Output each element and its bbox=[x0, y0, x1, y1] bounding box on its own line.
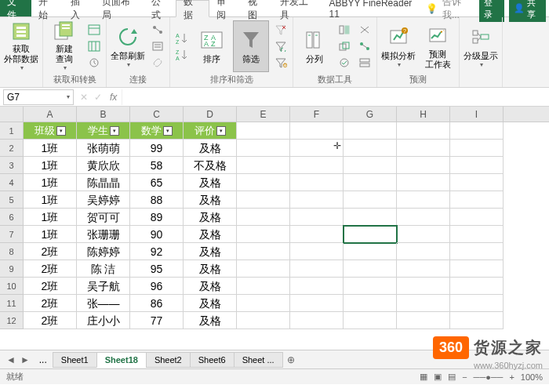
cell[interactable] bbox=[290, 312, 344, 329]
cell[interactable]: 及格 bbox=[184, 191, 237, 209]
advanced-filter-button[interactable]: ⚙ bbox=[272, 55, 289, 71]
cell[interactable] bbox=[344, 295, 397, 312]
cell[interactable]: 及格 bbox=[184, 243, 237, 260]
cell[interactable] bbox=[237, 260, 290, 278]
cell[interactable]: 及格 bbox=[184, 278, 237, 295]
share-button[interactable]: 👤共享 bbox=[509, 0, 546, 22]
properties-button[interactable] bbox=[149, 38, 166, 54]
sort-za-button[interactable]: ZA bbox=[173, 47, 191, 63]
cell[interactable]: 黄欣欣 bbox=[77, 157, 130, 174]
whatif-button[interactable]: ? 模拟分析▾ bbox=[380, 20, 416, 72]
cell[interactable] bbox=[344, 209, 397, 226]
cell[interactable] bbox=[397, 278, 450, 295]
cell[interactable]: 1班 bbox=[24, 157, 77, 174]
cell[interactable] bbox=[237, 226, 290, 243]
prev-sheet-icon[interactable]: ◄ bbox=[6, 354, 16, 365]
tab-view[interactable]: 视图 bbox=[241, 0, 272, 16]
cell[interactable]: 1班 bbox=[24, 174, 77, 191]
cell[interactable] bbox=[237, 140, 290, 157]
cell[interactable] bbox=[450, 140, 504, 157]
cell[interactable] bbox=[397, 226, 450, 243]
filter-dropdown-icon[interactable]: ▾ bbox=[110, 126, 119, 136]
cell[interactable]: 陈婷婷 bbox=[77, 243, 130, 260]
cell[interactable] bbox=[397, 295, 450, 312]
row-header[interactable]: 4 bbox=[0, 174, 24, 191]
tab-review[interactable]: 审阅 bbox=[209, 0, 241, 16]
cell[interactable] bbox=[450, 174, 504, 191]
data-validation-button[interactable] bbox=[336, 55, 353, 71]
row-header[interactable]: 11 bbox=[0, 295, 24, 312]
tab-home[interactable]: 开始 bbox=[31, 0, 63, 16]
col-header[interactable]: E bbox=[237, 107, 290, 122]
cell[interactable] bbox=[290, 226, 344, 243]
new-query-button[interactable]: 新建 查询▾ bbox=[46, 20, 82, 72]
col-header[interactable]: A bbox=[24, 107, 77, 122]
from-table-button[interactable] bbox=[85, 38, 103, 54]
cell[interactable] bbox=[450, 157, 504, 174]
add-sheet-button[interactable]: ⊕ bbox=[283, 354, 299, 365]
cell[interactable] bbox=[237, 157, 290, 174]
view-break-icon[interactable]: ▤ bbox=[448, 372, 456, 382]
outline-button[interactable]: 分级显示▾ bbox=[463, 20, 499, 72]
cell[interactable] bbox=[397, 191, 450, 209]
cell[interactable] bbox=[450, 312, 504, 329]
sheet-tab[interactable]: Sheet2 bbox=[146, 352, 191, 368]
cell[interactable]: 贺可可 bbox=[77, 209, 130, 226]
cell[interactable] bbox=[344, 226, 397, 243]
cell[interactable] bbox=[344, 157, 397, 174]
cell[interactable]: 及格 bbox=[184, 295, 237, 312]
enter-icon[interactable]: ✓ bbox=[94, 92, 102, 103]
cell[interactable] bbox=[290, 260, 344, 278]
cell[interactable] bbox=[450, 191, 504, 209]
col-header[interactable]: F bbox=[290, 107, 344, 122]
cell[interactable] bbox=[237, 295, 290, 312]
cell[interactable] bbox=[450, 122, 504, 140]
cell[interactable] bbox=[290, 209, 344, 226]
tab-layout[interactable]: 页面布局 bbox=[95, 0, 144, 16]
cell[interactable]: 张—— bbox=[77, 295, 130, 312]
next-sheet-icon[interactable]: ► bbox=[20, 354, 30, 365]
col-header[interactable]: H bbox=[397, 107, 450, 122]
tab-file[interactable]: 文件 bbox=[0, 0, 31, 16]
remove-duplicates-button[interactable] bbox=[336, 38, 353, 54]
cell[interactable] bbox=[344, 312, 397, 329]
cell[interactable]: 99 bbox=[130, 140, 184, 157]
cell[interactable]: 1班 bbox=[24, 209, 77, 226]
cell[interactable]: 58 bbox=[130, 157, 184, 174]
cell[interactable]: 陈晶晶 bbox=[77, 174, 130, 191]
manage-data-model-button[interactable] bbox=[356, 55, 373, 71]
table-header[interactable]: 班级▾ bbox=[24, 122, 77, 140]
cell[interactable] bbox=[237, 312, 290, 329]
cell[interactable] bbox=[397, 122, 450, 140]
formula-input[interactable] bbox=[122, 89, 549, 105]
col-header[interactable]: B bbox=[77, 107, 130, 122]
cell[interactable] bbox=[237, 122, 290, 140]
cell[interactable]: 92 bbox=[130, 243, 184, 260]
cell[interactable] bbox=[397, 260, 450, 278]
cell[interactable]: 96 bbox=[130, 278, 184, 295]
cell[interactable]: 吴婷婷 bbox=[77, 191, 130, 209]
view-layout-icon[interactable]: ▣ bbox=[434, 372, 442, 382]
cell[interactable]: 2班 bbox=[24, 295, 77, 312]
filter-button[interactable]: 筛选 bbox=[233, 20, 269, 72]
text-to-columns-button[interactable]: 分列 bbox=[296, 20, 333, 72]
get-external-data-button[interactable]: 获取 外部数据▾ bbox=[3, 20, 39, 72]
cell[interactable] bbox=[344, 191, 397, 209]
cell[interactable] bbox=[290, 278, 344, 295]
col-header[interactable]: I bbox=[450, 107, 504, 122]
filter-dropdown-icon[interactable]: ▾ bbox=[56, 126, 66, 136]
cell[interactable]: 95 bbox=[130, 260, 184, 278]
cell[interactable]: 张萌萌 bbox=[77, 140, 130, 157]
cell[interactable]: 庄小小 bbox=[77, 312, 130, 329]
cell[interactable]: 吴子航 bbox=[77, 278, 130, 295]
filter-dropdown-icon[interactable]: ▾ bbox=[163, 126, 173, 136]
cell[interactable] bbox=[290, 157, 344, 174]
relationships-button[interactable] bbox=[356, 38, 373, 54]
cell[interactable]: 及格 bbox=[184, 209, 237, 226]
cell[interactable] bbox=[290, 140, 344, 157]
cell[interactable]: 1班 bbox=[24, 140, 77, 157]
col-header[interactable]: G bbox=[344, 107, 397, 122]
cell[interactable] bbox=[450, 260, 504, 278]
clear-filter-button[interactable] bbox=[272, 22, 289, 38]
row-header[interactable]: 7 bbox=[0, 226, 24, 243]
